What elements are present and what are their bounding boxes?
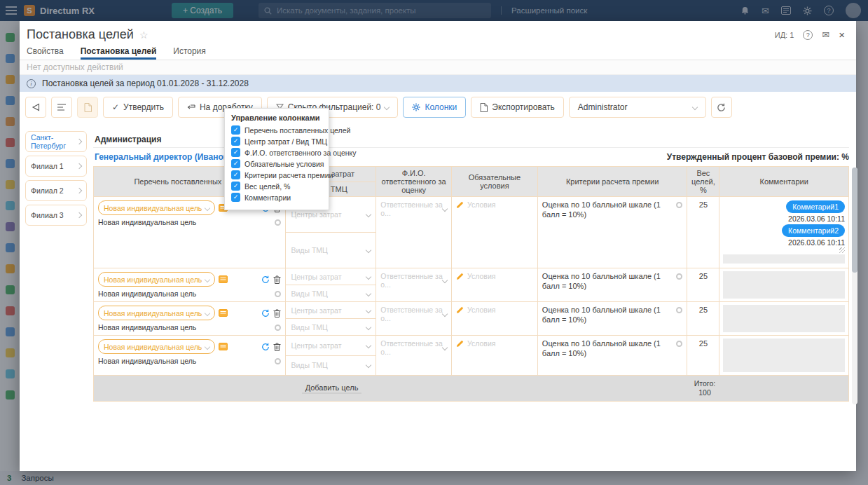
header-weight: Вес целей, %	[687, 167, 719, 196]
settings-circle-icon[interactable]	[275, 325, 281, 331]
branch-item-spb[interactable]: Санкт-Петербург	[25, 131, 87, 152]
settings-circle-icon[interactable]	[275, 219, 281, 226]
comment-input[interactable]	[723, 339, 845, 372]
tab-goal-setting[interactable]: Постановка целей	[81, 46, 157, 60]
conditions-field[interactable]: Условия	[456, 272, 533, 280]
column-toggle-conditions[interactable]: ✓Обязательные условия	[231, 159, 322, 168]
dialog-help-icon[interactable]: ?	[803, 30, 813, 40]
chevron-down-icon	[366, 273, 371, 279]
trash-icon[interactable]	[273, 343, 281, 351]
scrollbar-thumb[interactable]	[852, 168, 857, 273]
comment-pill[interactable]: Комметарий1	[786, 200, 845, 213]
chevron-down-icon	[205, 310, 210, 315]
list-view-button[interactable]	[51, 97, 72, 118]
branch-item-2[interactable]: Филиал 2	[25, 180, 87, 201]
conditions-field[interactable]: Условия	[456, 200, 533, 209]
favorite-star-icon[interactable]: ☆	[139, 29, 149, 41]
tmc-kind-select[interactable]: Виды ТМЦ	[286, 356, 376, 376]
vertical-scrollbar[interactable]	[852, 168, 857, 404]
column-toggle-goals[interactable]: ✓Перечень поставленных целей	[231, 125, 322, 135]
send-button[interactable]	[25, 97, 46, 118]
history-refresh-icon[interactable]	[261, 309, 270, 317]
document-icon	[84, 103, 92, 112]
goal-type-select[interactable]: Новая индивидуальная цель	[98, 339, 215, 354]
column-toggle-comments[interactable]: ✓Комментарии	[231, 193, 322, 202]
check-icon: ✓	[112, 102, 119, 112]
trash-icon[interactable]	[273, 275, 281, 284]
responsible-select[interactable]: Ответственные за о...	[380, 306, 447, 322]
approve-button[interactable]: ✓ Утвердить	[103, 97, 173, 118]
column-toggle-responsible[interactable]: ✓Ф.И.О. ответственного за оценку	[231, 148, 322, 157]
send-mail-icon[interactable]: ✉	[822, 29, 829, 40]
chevron-down-icon	[366, 247, 371, 253]
dialog-tabs: Свойства Постановка целей История	[20, 42, 856, 60]
pencil-icon	[456, 273, 464, 280]
column-toggle-criteria[interactable]: ✓Критерии расчета премии	[231, 170, 322, 179]
weight-total: Итого: 100	[689, 376, 721, 401]
weight-value: 25	[687, 197, 719, 268]
tmc-kind-select[interactable]: Виды ТМЦ	[286, 285, 376, 301]
columns-menu: Управление колонками ✓Перечень поставлен…	[224, 108, 329, 210]
card-icon[interactable]	[219, 275, 228, 283]
criteria-text: Оценка по 10 балльной шкале (1 балл = 10…	[542, 200, 674, 220]
history-refresh-icon[interactable]	[261, 343, 270, 351]
comment-input[interactable]	[723, 305, 845, 332]
tmc-kind-select[interactable]: Виды ТМЦ	[286, 319, 376, 335]
columns-button[interactable]: Колонки	[403, 97, 466, 118]
weight-value: 25	[687, 336, 719, 375]
refresh-button[interactable]	[711, 97, 732, 118]
history-refresh-icon[interactable]	[261, 275, 270, 284]
criteria-text: Оценка по 10 балльной шкале (1 балл = 10…	[542, 339, 674, 359]
tab-history[interactable]: История	[173, 46, 206, 60]
settings-circle-icon[interactable]	[275, 291, 281, 297]
add-goal-button[interactable]: Добавить цель	[287, 376, 377, 401]
info-icon: i	[27, 79, 36, 88]
conditions-field[interactable]: Условия	[456, 306, 533, 314]
chevron-down-icon	[442, 278, 448, 283]
goals-table-area: Администрация Генеральный директор (Иван…	[93, 131, 857, 402]
card-icon[interactable]	[219, 343, 228, 350]
goal-type-select[interactable]: Новая индивидуальная цель	[98, 200, 215, 215]
goal-type-select[interactable]: Новая индивидуальная цель	[98, 272, 215, 287]
responsible-select[interactable]: Ответственные за о...	[380, 200, 447, 217]
goal-text: Новая индивидуальная цель	[98, 289, 196, 298]
header-criteria: Критерии расчета премии	[538, 167, 688, 196]
comment-input[interactable]	[723, 254, 845, 264]
record-id: ИД: 1	[775, 31, 794, 39]
table-footer: Добавить цель Итого: 100	[93, 376, 849, 402]
chevron-right-icon	[76, 139, 82, 144]
comment-time: 2026.03.06 10:11	[788, 214, 845, 223]
branch-item-1[interactable]: Филиал 1	[25, 156, 87, 177]
card-icon[interactable]	[219, 309, 228, 317]
settings-circle-icon[interactable]	[676, 341, 682, 347]
column-toggle-weight[interactable]: ✓Вес целей, %	[231, 182, 322, 191]
tab-properties[interactable]: Свойства	[27, 46, 64, 60]
conditions-field[interactable]: Условия	[456, 339, 533, 348]
columns-menu-title: Управление колонками	[231, 114, 322, 122]
export-button[interactable]: Экспортировать	[471, 97, 564, 118]
goal-text: Новая индивидуальная цель	[98, 357, 196, 365]
responsible-select[interactable]: Ответственные за о...	[380, 339, 447, 356]
tmc-kind-select[interactable]: Виды ТМЦ	[286, 233, 376, 268]
goal-text: Новая индивидуальная цель	[98, 218, 196, 226]
settings-circle-icon[interactable]	[275, 358, 281, 364]
comment-input[interactable]	[723, 271, 845, 299]
cost-center-select[interactable]: Центры затрат	[286, 268, 376, 285]
goal-setting-dialog: Постановка целей ☆ ИД: 1 ? ✉ × Свойства …	[20, 21, 856, 471]
goal-type-select[interactable]: Новая индивидуальная цель	[98, 306, 215, 320]
chevron-down-icon	[366, 212, 371, 217]
cost-center-select[interactable]: Центры затрат	[286, 302, 376, 319]
settings-circle-icon[interactable]	[676, 273, 682, 280]
column-toggle-cost-center[interactable]: ✓Центр затрат / Вид ТМЦ	[231, 137, 322, 146]
close-icon[interactable]: ×	[839, 29, 845, 41]
comment-pill[interactable]: Комментарий2	[782, 224, 845, 237]
responsible-select[interactable]: Ответственные за о...	[380, 272, 447, 289]
branch-item-3[interactable]: Филиал 3	[25, 205, 87, 226]
cost-center-select[interactable]: Центры затрат	[286, 336, 376, 356]
user-select[interactable]: Administrator	[569, 97, 706, 118]
pencil-icon	[456, 201, 464, 209]
settings-circle-icon[interactable]	[676, 202, 682, 208]
trash-icon[interactable]	[273, 309, 281, 317]
settings-circle-icon[interactable]	[676, 307, 682, 313]
resize-handle[interactable]	[839, 247, 845, 253]
